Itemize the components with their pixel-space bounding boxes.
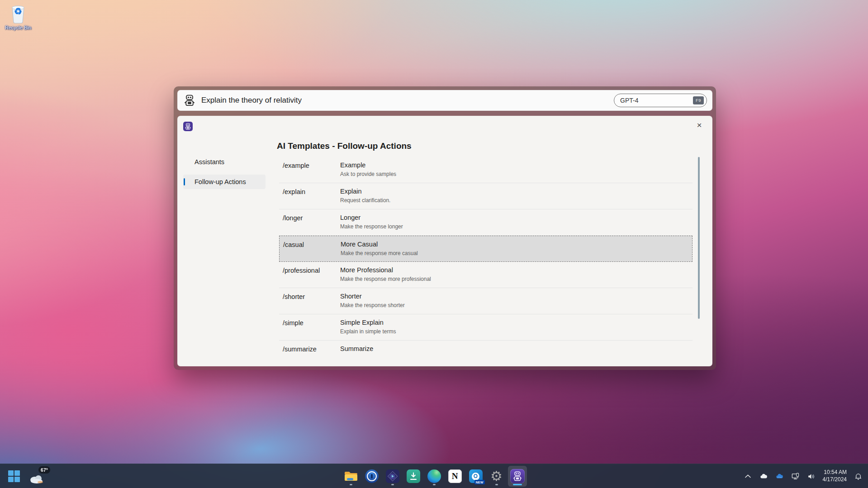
model-selector[interactable]: GPT-4 F9: [614, 94, 707, 107]
new-badge: NEW: [474, 480, 484, 484]
template-row-longer[interactable]: /longer Longer Make the response longer: [279, 209, 693, 236]
taskbar-app-1password[interactable]: [362, 466, 381, 487]
robot-icon: [184, 95, 195, 106]
template-row-professional[interactable]: /professional More Professional Make the…: [279, 262, 693, 288]
download-icon: [407, 469, 420, 483]
templates-panel: × AI Templates - Follow-up Actions Assis…: [177, 116, 712, 366]
running-indicator: [495, 484, 498, 485]
1password-icon: [365, 469, 379, 483]
clock[interactable]: 10:54 AM 4/17/2024: [821, 469, 849, 483]
tray-onedrive[interactable]: [773, 467, 786, 485]
recycle-bin-icon: ♻: [8, 3, 28, 24]
tray-overflow-chevron[interactable]: [742, 467, 754, 485]
sidebar-item-follow-up-actions[interactable]: Follow-up Actions: [183, 175, 266, 189]
running-indicator: [433, 484, 436, 485]
template-description: Make the response longer: [340, 223, 403, 230]
assistant-window: GPT-4 F9 × AI Templates - Follow-up Acti…: [174, 86, 716, 370]
taskbar-app-outlook[interactable]: O NEW: [466, 466, 485, 487]
taskbar-app-ai-assistant[interactable]: [508, 466, 527, 487]
template-command: /example: [283, 162, 309, 169]
sidebar-item-label: Follow-up Actions: [194, 178, 246, 185]
sidebar-item-label: Assistants: [194, 158, 224, 166]
system-tray: 10:54 AM 4/17/2024: [742, 464, 864, 488]
outlook-icon: O NEW: [469, 469, 483, 483]
cloud-icon: [759, 472, 768, 481]
panel-title: AI Templates - Follow-up Actions: [277, 141, 412, 151]
model-name: GPT-4: [620, 97, 693, 104]
template-description: Explain in simple terms: [340, 328, 396, 335]
taskbar-app-settings[interactable]: ⚙: [487, 466, 506, 487]
edge-browser-icon: [427, 469, 441, 483]
template-row-summarize[interactable]: /summarize Summarize: [279, 341, 693, 357]
template-name: Example: [340, 161, 365, 169]
tray-date: 4/17/2024: [823, 476, 847, 483]
template-list: /example Example Ask to provide samples …: [279, 157, 693, 357]
active-window-indicator: [513, 484, 522, 485]
running-indicator: [350, 484, 352, 485]
app-logo-icon: [183, 122, 193, 131]
tray-notifications[interactable]: [852, 467, 864, 485]
template-row-simple[interactable]: /simple Simple Explain Explain in simple…: [279, 314, 693, 341]
desktop-wallpaper: ♻ Recycle Bin GPT-4 F9 × AI Templates - …: [0, 0, 868, 488]
chevron-up-icon: [744, 472, 752, 481]
scrollbar[interactable]: [698, 157, 700, 319]
recycle-bin-label: Recycle Bin: [4, 25, 33, 30]
recycle-bin-shortcut[interactable]: ♻ Recycle Bin: [4, 3, 33, 30]
taskbar-apps: N O NEW ⚙: [0, 464, 868, 488]
template-command: /simple: [283, 319, 304, 327]
template-name: Simple Explain: [340, 319, 384, 326]
template-command: /professional: [283, 267, 320, 274]
template-name: More Professional: [340, 266, 393, 274]
template-name: Explain: [340, 188, 362, 195]
template-name: Longer: [340, 214, 360, 221]
running-indicator: [391, 484, 394, 485]
template-name: Summarize: [340, 345, 373, 352]
template-command: /longer: [283, 214, 303, 222]
speaker-icon: [807, 472, 816, 481]
template-row-example[interactable]: /example Example Ask to provide samples: [279, 157, 693, 183]
templates-sidebar: Assistants Follow-up Actions: [183, 155, 266, 194]
template-name: More Casual: [341, 241, 378, 248]
display-cast-icon: [791, 472, 800, 481]
template-row-explain[interactable]: /explain Explain Request clarification.: [279, 183, 693, 209]
onedrive-cloud-icon: [775, 472, 784, 481]
template-row-shorter[interactable]: /shorter Shorter Make the response short…: [279, 288, 693, 314]
selection-accent-bar: [184, 178, 185, 185]
template-description: Request clarification.: [340, 197, 390, 204]
prompt-bar: GPT-4 F9: [177, 90, 712, 111]
taskbar-app-downloads[interactable]: [404, 466, 423, 487]
taskbar-app-notion[interactable]: N: [446, 466, 465, 487]
template-description: Make the response more casual: [341, 250, 418, 256]
taskbar-app-file-explorer[interactable]: [342, 466, 360, 487]
media-player-icon: [386, 469, 399, 483]
hotkey-badge: F9: [693, 96, 704, 104]
taskbar-app-media-player[interactable]: [383, 466, 402, 487]
tray-cloud-personal[interactable]: [758, 467, 770, 485]
template-command: /explain: [283, 188, 305, 195]
tray-volume[interactable]: [805, 467, 818, 485]
close-icon[interactable]: ×: [693, 119, 705, 131]
template-command: /shorter: [283, 293, 305, 300]
tray-time: 10:54 AM: [823, 469, 847, 476]
gear-icon: ⚙: [490, 469, 503, 483]
file-explorer-icon: [344, 471, 358, 482]
notion-icon: N: [448, 469, 462, 483]
recycle-symbol: ♻: [8, 6, 28, 17]
template-name: Shorter: [340, 293, 362, 300]
template-row-casual[interactable]: /casual More Casual Make the response mo…: [279, 236, 693, 262]
template-description: Make the response shorter: [340, 302, 405, 308]
template-command: /summarize: [283, 346, 317, 353]
template-command: /casual: [283, 241, 304, 248]
template-description: Ask to provide samples: [340, 171, 396, 177]
bell-icon: [854, 472, 863, 481]
tray-cast[interactable]: [789, 467, 802, 485]
template-description: Make the response more professional: [340, 276, 431, 282]
sidebar-item-assistants[interactable]: Assistants: [183, 155, 266, 169]
taskbar: 67°: [0, 464, 868, 488]
taskbar-app-edge[interactable]: [425, 466, 444, 487]
prompt-input[interactable]: [201, 96, 614, 105]
ai-assistant-icon: [510, 469, 525, 483]
